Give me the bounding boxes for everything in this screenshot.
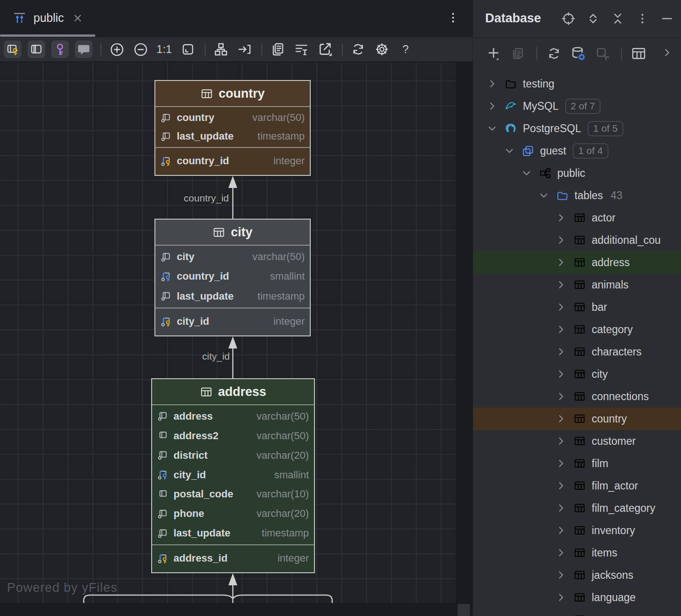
canvas-bottom-gutter[interactable] [0,603,456,616]
chevron-down-icon[interactable] [486,122,498,134]
add-button[interactable] [486,46,501,61]
tree-item-jacksons[interactable]: jacksons [473,564,681,586]
chevron-right-icon[interactable] [555,323,567,335]
chevron-right-icon[interactable] [555,591,567,603]
tree-item-film_actor[interactable]: film_actor [473,475,681,497]
duplicate-button[interactable] [510,46,525,61]
column-row[interactable]: phone varchar(20) [152,504,314,523]
column-row[interactable]: last_update timestamp [152,523,314,543]
chevron-down-icon[interactable] [538,189,550,201]
help-button[interactable]: ? [397,40,414,58]
chevron-right-icon[interactable] [555,480,567,492]
chevron-right-icon[interactable] [555,614,567,616]
tree-item-bar[interactable]: bar [473,296,681,318]
show-details-button[interactable] [293,40,310,58]
tree-item-category[interactable]: category [473,318,681,341]
chevron-right-icon[interactable] [555,502,567,514]
sync-button[interactable] [547,46,561,61]
export-diagram-button[interactable] [316,40,334,58]
column-row[interactable]: address_id integer [152,548,314,569]
column-row[interactable]: last_update timestamp [155,127,310,146]
key-columns-button[interactable] [4,40,21,58]
diagram-canvas[interactable]: country_id city_id country country varch… [0,62,456,603]
column-row[interactable]: city varchar(50) [155,247,310,267]
tree-item-film[interactable]: film [473,452,681,475]
chevron-right-icon[interactable] [555,435,567,447]
chevron-right-icon[interactable] [555,368,567,380]
chevron-right-icon[interactable] [555,212,567,224]
settings-button[interactable] [373,40,391,58]
close-icon[interactable] [72,13,83,24]
data-source-settings-button[interactable] [571,46,586,61]
collapse-all-button[interactable] [609,10,626,27]
column-row[interactable]: address2 varchar(50) [152,426,314,446]
zoom-in-button[interactable] [108,40,126,58]
tree-item-PostgreSQL[interactable]: PostgreSQL1 of 5 [473,117,681,140]
chevron-right-icon[interactable] [555,256,567,268]
column-row[interactable]: country_id integer [155,150,310,172]
column-row[interactable]: address varchar(50) [152,407,314,426]
tree-item-connections[interactable]: connections [473,385,681,408]
chevron-right-icon[interactable] [555,457,567,469]
tree-item-items[interactable]: items [473,542,681,564]
disconnect-button[interactable] [595,46,610,61]
chevron-right-icon[interactable] [555,346,567,358]
chevron-right-icon[interactable] [555,390,567,402]
key-button[interactable] [51,40,69,58]
table-view-button[interactable] [631,46,646,61]
scrollbar-thumb[interactable] [458,604,470,616]
column-row[interactable]: last_update timestamp [155,287,310,306]
tree-item-characters[interactable]: characters [473,341,681,363]
jump-to-source-button[interactable] [236,40,254,58]
tree-item-inventory[interactable]: inventory [473,519,681,542]
tree-item-film_category[interactable]: film_category [473,497,681,519]
column-row[interactable]: city_id integer [155,311,310,332]
hide-button[interactable] [659,10,675,27]
zoom-ratio-button[interactable]: 1:1 [155,40,173,58]
more-button[interactable] [634,10,651,27]
expand-all-button[interactable] [585,10,601,27]
chevron-right-icon[interactable] [555,279,567,291]
chevron-right-icon[interactable] [486,100,498,112]
tree-item-address[interactable]: address [473,251,681,274]
tab-public[interactable]: public [0,0,92,36]
tree-item-language[interactable]: language [473,586,681,609]
copy-diagram-button[interactable] [269,40,287,58]
table-node-city[interactable]: city city varchar(50) country_id smallin… [154,219,311,336]
chevron-right-icon[interactable] [555,234,567,246]
chevron-right-icon[interactable] [555,301,567,313]
tree-item-partial[interactable] [473,609,681,616]
actual-size-button[interactable] [179,40,197,58]
tree-item-country[interactable]: country [473,408,681,430]
apply-layout-button[interactable] [212,40,230,58]
chevron-right-icon[interactable] [486,78,498,90]
column-row[interactable]: country_id smallint [155,267,310,286]
chevron-down-icon[interactable] [521,167,533,179]
column-row[interactable]: postal_code varchar(10) [152,484,314,504]
toolbar-expand-button[interactable] [661,47,673,60]
column-row[interactable]: district varchar(20) [152,446,314,465]
tree-item-testing[interactable]: testing [473,73,681,95]
tree-item-customer[interactable]: customer [473,430,681,452]
chevron-right-icon[interactable] [555,569,567,581]
zoom-out-button[interactable] [132,40,149,58]
tree-item-MySQL[interactable]: MySQL2 of 7 [473,95,681,117]
tree-item-additional_cou[interactable]: additional_cou [473,229,681,251]
comments-button[interactable] [75,40,93,58]
table-node-address[interactable]: address address varchar(50) address2 var… [151,378,315,573]
editor-more-icon[interactable] [447,11,460,26]
tree-item-city[interactable]: city [473,363,681,385]
column-row[interactable]: city_id smallint [152,465,314,485]
table-node-country[interactable]: country country varchar(50) last_update … [154,80,311,176]
two-columns-button[interactable] [27,40,45,58]
tree-item-public[interactable]: public [473,162,681,184]
chevron-down-icon[interactable] [503,145,515,157]
tree-item-guest[interactable]: guest1 of 4 [473,140,681,162]
chevron-right-icon[interactable] [555,547,567,559]
chevron-right-icon[interactable] [555,524,567,536]
canvas-scrollbar-gutter[interactable] [456,62,473,616]
refresh-button[interactable] [349,40,367,58]
tree-item-animals[interactable]: animals [473,274,681,296]
tree-item-actor[interactable]: actor [473,207,681,229]
locate-button[interactable] [560,10,577,27]
